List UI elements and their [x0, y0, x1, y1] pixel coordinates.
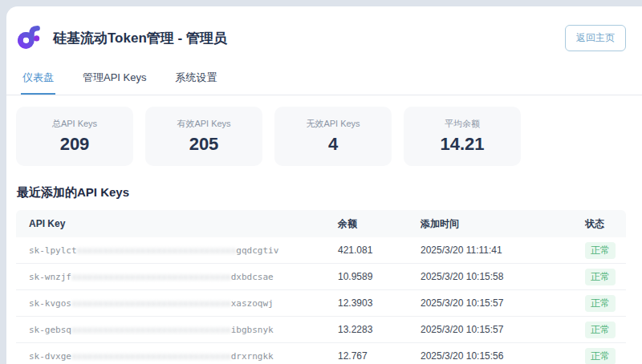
api-key-cell: sk-lpylctxxxxxxxxxxxxxxxxxxxxxxxxxxxxxxg…: [16, 245, 325, 256]
api-key-redacted: xxxxxxxxxxxxxxxxxxxxxxxxxxxxxx: [71, 272, 231, 282]
status-badge: 正常: [585, 242, 616, 259]
added-time-cell: 2025/3/20 11:11:41: [408, 245, 572, 256]
api-key-prefix: sk-lpylct: [29, 245, 77, 256]
stat-value: 14.21: [440, 134, 484, 155]
api-key-prefix: sk-gebsq: [29, 325, 71, 335]
status-cell: 正常: [572, 348, 626, 364]
api-key-suffix: ibgbsnyk: [231, 325, 274, 335]
table-row: sk-dvxgexxxxxxxxxxxxxxxxxxxxxxxxxxxxxxdr…: [16, 343, 626, 364]
added-time-cell: 2025/3/20 10:15:56: [408, 350, 572, 362]
siliconflow-logo-icon: [18, 24, 45, 51]
table-header-row: API Key 余额 添加时间 状态: [16, 210, 626, 237]
tab[interactable]: 管理API Keys: [81, 64, 148, 95]
stat-label: 总API Keys: [52, 118, 97, 130]
status-cell: 正常: [572, 295, 626, 312]
api-key-redacted: xxxxxxxxxxxxxxxxxxxxxxxxxxxxxx: [77, 245, 237, 256]
stat-label: 无效API Keys: [306, 118, 360, 130]
stat-card: 有效API Keys 205: [145, 107, 262, 166]
table-row: sk-wnzjfxxxxxxxxxxxxxxxxxxxxxxxxxxxxxxdx…: [16, 264, 626, 290]
page-title: 硅基流动Token管理 - 管理员: [53, 29, 227, 47]
stat-card: 总API Keys 209: [16, 107, 133, 166]
api-key-prefix: sk-dvxge: [29, 351, 71, 362]
main-panel: 硅基流动Token管理 - 管理员 返回主页 仪表盘 管理API Keys 系统…: [6, 6, 642, 364]
api-key-suffix: gqdcgtiv: [236, 245, 278, 256]
balance-cell: 12.3903: [325, 297, 408, 309]
col-header-status: 状态: [572, 217, 626, 231]
added-time-cell: 2025/3/20 10:15:57: [408, 324, 572, 335]
table-body: sk-lpylctxxxxxxxxxxxxxxxxxxxxxxxxxxxxxxg…: [16, 237, 626, 364]
stat-value: 209: [60, 134, 90, 155]
api-key-redacted: xxxxxxxxxxxxxxxxxxxxxxxxxxxxxx: [71, 351, 231, 362]
table-row: sk-lpylctxxxxxxxxxxxxxxxxxxxxxxxxxxxxxxg…: [16, 237, 626, 264]
tab-label: 系统设置: [175, 71, 217, 83]
api-key-cell: sk-kvgosxxxxxxxxxxxxxxxxxxxxxxxxxxxxxxxa…: [16, 298, 325, 309]
api-key-prefix: sk-kvgos: [29, 298, 71, 309]
api-key-redacted: xxxxxxxxxxxxxxxxxxxxxxxxxxxxxx: [71, 298, 231, 309]
tab-label: 管理API Keys: [83, 71, 146, 83]
api-key-cell: sk-dvxgexxxxxxxxxxxxxxxxxxxxxxxxxxxxxxdr…: [16, 351, 325, 362]
status-badge: 正常: [585, 348, 616, 364]
tab-label: 仪表盘: [22, 71, 54, 83]
stat-value: 205: [189, 134, 219, 155]
tab-bar: 仪表盘 管理API Keys 系统设置: [6, 64, 642, 95]
stat-card: 平均余额 14.21: [404, 107, 521, 166]
api-key-suffix: drxrngkk: [231, 351, 274, 362]
section-title-recent-keys: 最近添加的API Keys: [17, 185, 642, 200]
status-cell: 正常: [572, 269, 626, 285]
status-cell: 正常: [572, 322, 626, 338]
api-key-cell: sk-wnzjfxxxxxxxxxxxxxxxxxxxxxxxxxxxxxxdx…: [16, 272, 325, 282]
table-row: sk-gebsqxxxxxxxxxxxxxxxxxxxxxxxxxxxxxxib…: [16, 317, 626, 343]
col-header-balance: 余额: [325, 217, 408, 231]
stats-row: 总API Keys 209 有效API Keys 205 无效API Keys …: [16, 107, 626, 166]
api-key-cell: sk-gebsqxxxxxxxxxxxxxxxxxxxxxxxxxxxxxxib…: [16, 325, 325, 335]
header: 硅基流动Token管理 - 管理员 返回主页: [6, 6, 642, 61]
tab[interactable]: 系统设置: [173, 64, 218, 95]
stat-label: 有效API Keys: [177, 118, 230, 130]
status-badge: 正常: [585, 295, 616, 312]
balance-cell: 10.9589: [325, 271, 408, 282]
balance-cell: 421.081: [325, 245, 408, 256]
api-key-prefix: sk-wnzjf: [29, 272, 71, 282]
added-time-cell: 2025/3/20 10:15:58: [408, 271, 572, 282]
api-key-redacted: xxxxxxxxxxxxxxxxxxxxxxxxxxxxxx: [71, 325, 231, 335]
table-row: sk-kvgosxxxxxxxxxxxxxxxxxxxxxxxxxxxxxxxa…: [16, 290, 626, 317]
status-cell: 正常: [572, 242, 626, 259]
added-time-cell: 2025/3/20 10:15:57: [408, 297, 572, 309]
col-header-added-time: 添加时间: [408, 217, 572, 231]
api-key-suffix: dxbdcsae: [231, 272, 274, 282]
tab[interactable]: 仪表盘: [21, 64, 55, 95]
api-keys-table: API Key 余额 添加时间 状态 sk-lpylctxxxxxxxxxxxx…: [16, 210, 626, 364]
stat-value: 4: [328, 134, 338, 155]
balance-cell: 13.2283: [325, 324, 408, 335]
api-key-suffix: xaszoqwj: [231, 298, 274, 309]
status-badge: 正常: [585, 322, 616, 338]
col-header-api-key: API Key: [16, 218, 325, 229]
stat-card: 无效API Keys 4: [274, 107, 392, 166]
stat-label: 平均余额: [445, 118, 480, 130]
balance-cell: 12.767: [325, 350, 408, 362]
status-badge: 正常: [585, 269, 616, 285]
back-home-button[interactable]: 返回主页: [565, 25, 626, 51]
